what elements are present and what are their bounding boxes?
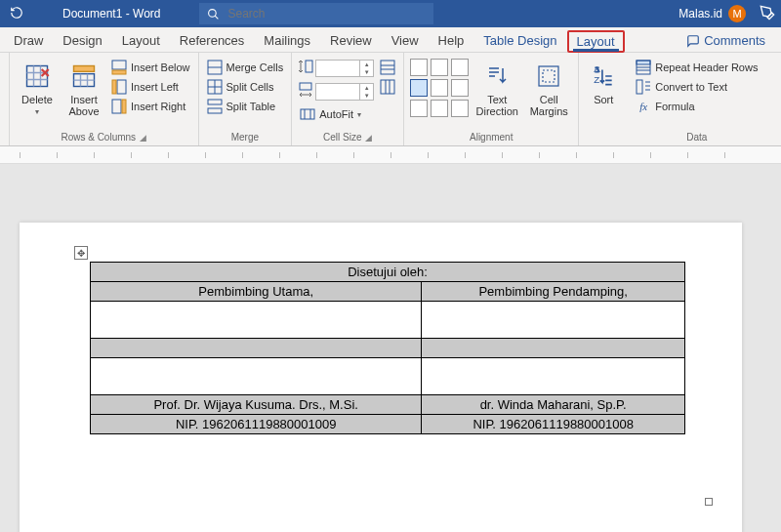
search-icon [207, 8, 220, 20]
blank-cell[interactable] [91, 358, 422, 395]
svg-point-0 [209, 9, 217, 17]
comments-button[interactable]: Comments [675, 29, 777, 52]
convert-text-button[interactable]: Convert to Text [634, 78, 760, 96]
blank-shaded-cell[interactable] [91, 339, 422, 358]
distribute-cols-icon [380, 79, 395, 95]
group-merge: Merge Cells Split Cells Split Table Merg… [199, 53, 293, 145]
insert-above-button[interactable]: Insert Above [62, 59, 105, 129]
align-bottom-center[interactable] [431, 100, 448, 117]
cell-margins-icon [537, 64, 560, 88]
formula-icon: fx [636, 99, 651, 114]
alignment-grid [410, 59, 469, 117]
distribute-cols-button[interactable] [378, 78, 397, 96]
table-resize-handle[interactable] [705, 498, 713, 506]
svg-rect-15 [300, 83, 311, 90]
formula-button[interactable]: fxFormula [634, 98, 760, 115]
col-width-icon [298, 82, 313, 102]
tab-design[interactable]: Design [53, 29, 111, 52]
blank-cell[interactable] [91, 302, 422, 339]
align-top-right[interactable] [451, 59, 469, 76]
align-center[interactable] [431, 79, 448, 97]
distribute-rows-button[interactable] [378, 59, 397, 76]
dialog-launcher-icon[interactable]: ◢ [365, 133, 372, 143]
col2-title[interactable]: Pembimbing Pendamping, [422, 282, 685, 302]
sort-button[interactable]: AZ Sort [585, 59, 622, 129]
sort-icon: AZ [591, 63, 616, 89]
svg-rect-3 [74, 66, 95, 72]
tab-view[interactable]: View [382, 29, 429, 52]
svg-text:A: A [594, 63, 600, 74]
insert-right-icon [111, 99, 127, 114]
tab-mailings[interactable]: Mailings [254, 29, 320, 52]
search-box[interactable] [199, 3, 433, 24]
split-table-button[interactable]: Split Table [205, 98, 286, 115]
autofit-button[interactable]: AutoFit ▾ [298, 105, 374, 123]
svg-rect-16 [301, 109, 314, 119]
row-height-input[interactable]: ▲▼ [315, 60, 374, 77]
align-center-left[interactable] [410, 79, 428, 97]
col2-nip[interactable]: NIP. 1962061119880001008 [422, 415, 685, 434]
col1-nip[interactable]: NIP. 1962061119880001009 [91, 415, 422, 434]
table-header[interactable]: Disetujui oleh: [91, 263, 685, 282]
svg-rect-1 [27, 66, 48, 87]
insert-right-button[interactable]: Insert Right [109, 98, 192, 115]
dialog-launcher-icon[interactable]: ◢ [140, 133, 146, 143]
repeat-header-button[interactable]: Repeat Header Rows [634, 59, 760, 76]
tab-table-design[interactable]: Table Design [473, 29, 566, 52]
col2-name[interactable]: dr. Winda Maharani, Sp.P. [422, 395, 685, 415]
tab-references[interactable]: References [170, 29, 254, 52]
align-center-right[interactable] [451, 79, 469, 97]
horizontal-ruler[interactable] [0, 146, 781, 164]
svg-rect-5 [112, 70, 126, 74]
svg-rect-7 [112, 80, 116, 94]
col1-name[interactable]: Prof. Dr. Wijaya Kusuma. Drs., M.Si. [91, 395, 422, 415]
blank-shaded-cell[interactable] [422, 339, 685, 358]
insert-left-button[interactable]: Insert Left [109, 78, 192, 96]
align-top-center[interactable] [431, 59, 448, 76]
tab-draw[interactable]: Draw [4, 29, 53, 52]
merge-cells-button[interactable]: Merge Cells [205, 59, 286, 76]
tab-layout[interactable]: Layout [112, 29, 170, 52]
svg-rect-12 [208, 100, 222, 104]
tab-review[interactable]: Review [320, 29, 382, 52]
refresh-icon[interactable] [10, 6, 23, 22]
user-name[interactable]: Malas.id [678, 7, 722, 20]
tab-help[interactable]: Help [429, 29, 474, 52]
insert-above-icon [70, 62, 98, 90]
document-area[interactable]: ✥ Disetujui oleh: Pembimbing Utama, Pemb… [0, 164, 781, 532]
split-cells-button[interactable]: Split Cells [205, 78, 286, 96]
tab-table-layout[interactable]: Layout [567, 30, 625, 53]
delete-button[interactable]: Delete ▾ [16, 59, 59, 129]
text-direction-button[interactable]: Text Direction [473, 59, 521, 129]
svg-rect-6 [117, 80, 126, 94]
split-cells-icon [207, 79, 223, 95]
group-sort: AZ Sort [579, 53, 628, 145]
svg-rect-8 [112, 100, 121, 113]
merge-cells-icon [207, 60, 223, 75]
insert-below-icon [111, 60, 127, 75]
table-move-handle[interactable]: ✥ [74, 246, 88, 260]
blank-cell[interactable] [422, 302, 685, 339]
align-top-left[interactable] [410, 59, 428, 76]
user-avatar[interactable]: M [728, 5, 746, 22]
align-bottom-left[interactable] [410, 100, 428, 117]
group-rows-columns: Delete ▾ Insert Above Insert Below Inser… [10, 53, 199, 145]
repeat-header-icon [636, 60, 651, 75]
blank-cell[interactable] [422, 358, 685, 395]
group-cell-size: ▲▼ ▲▼ AutoFit ▾ Cell Size◢ [292, 53, 404, 145]
pen-icon[interactable] [760, 5, 775, 23]
insert-below-button[interactable]: Insert Below [109, 59, 192, 76]
convert-text-icon [636, 79, 651, 95]
split-table-icon [207, 99, 223, 114]
col-width-input[interactable]: ▲▼ [315, 83, 374, 101]
ribbon: Delete ▾ Insert Above Insert Below Inser… [0, 53, 781, 146]
cell-margins-button[interactable]: Cell Margins [525, 59, 572, 129]
svg-rect-18 [381, 80, 394, 94]
document-table[interactable]: Disetujui oleh: Pembimbing Utama, Pembim… [90, 262, 685, 434]
align-bottom-right[interactable] [451, 100, 469, 117]
search-input[interactable] [227, 7, 426, 20]
svg-rect-25 [637, 80, 642, 94]
svg-rect-17 [381, 61, 394, 74]
page: ✥ Disetujui oleh: Pembimbing Utama, Pemb… [20, 223, 742, 532]
col1-title[interactable]: Pembimbing Utama, [91, 282, 422, 302]
